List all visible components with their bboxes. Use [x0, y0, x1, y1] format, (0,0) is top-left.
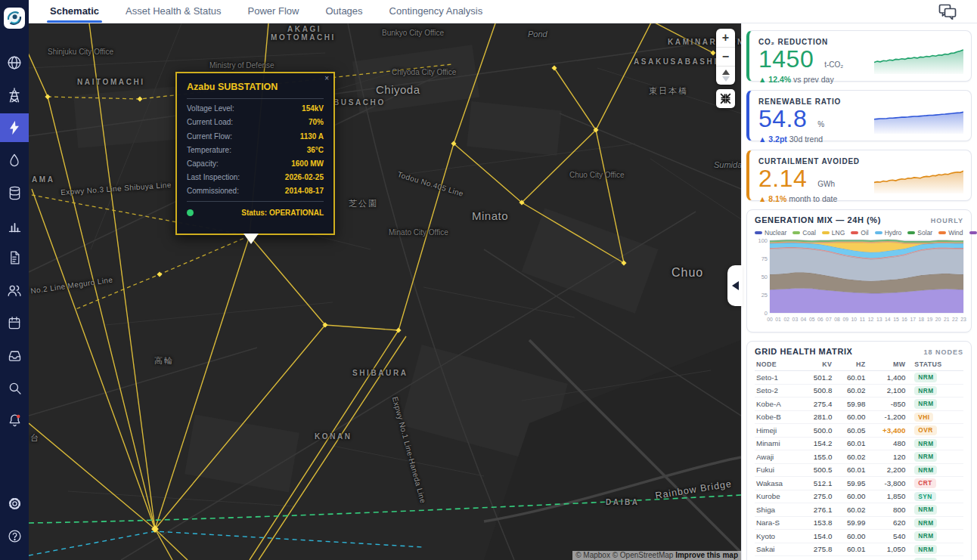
- table-row[interactable]: Seto-1501.260.011,400NRM: [755, 371, 963, 385]
- table-row[interactable]: Himeji500.060.05+3,400OVR: [755, 424, 963, 438]
- droplet-icon: [7, 153, 22, 168]
- legend-item-biomass: Biomass: [969, 229, 977, 237]
- sidebar-item-globe[interactable]: [0, 48, 29, 77]
- transmission-network-layer: [29, 23, 741, 560]
- column-header-hz: HZ: [833, 358, 867, 371]
- kpi-value: 54.8: [758, 107, 807, 132]
- chevron-left-icon: [732, 281, 739, 290]
- svg-text:17: 17: [910, 317, 916, 322]
- table-row[interactable]: Nara-S153.859.99620NRM: [755, 516, 963, 530]
- node-count-badge: 18 NODES: [923, 348, 963, 356]
- compass-button[interactable]: [716, 67, 735, 85]
- svg-text:08: 08: [834, 317, 840, 322]
- sidebar-item-database[interactable]: [0, 178, 29, 207]
- tooltip-row: Voltage Level:154kV: [187, 104, 324, 113]
- table-row[interactable]: Sakai275.860.011,050NRM: [755, 543, 963, 556]
- tooltip-row: Capacity:1600 MW: [187, 159, 324, 168]
- sidebar-item-bell[interactable]: [0, 406, 29, 435]
- svg-text:16: 16: [901, 317, 907, 322]
- status-badge: NRM: [914, 505, 937, 515]
- top-tab-bar: SchematicAsset Health & StatusPower Flow…: [29, 0, 977, 23]
- kpi-card-renewable-ratio: RENEWABLE RATIO54.8%▲ 3.2pt 30d trend: [746, 90, 972, 141]
- status-badge: OVR: [914, 425, 936, 435]
- table-row[interactable]: Kobe-B281.060.00-1,200VHI: [755, 410, 963, 424]
- substation-tooltip: × Azabu SUBSTATION Voltage Level:154kVCu…: [175, 72, 335, 235]
- legend-item-oil: Oil: [851, 229, 868, 237]
- table-row[interactable]: Awaji155.060.02120NRM: [755, 450, 963, 464]
- app-logo[interactable]: [4, 8, 25, 29]
- kpi-unit: %: [817, 120, 824, 128]
- legend-item-solar: Solar: [907, 229, 932, 237]
- tab-schematic[interactable]: Schematic: [49, 0, 100, 23]
- sidebar-item-document[interactable]: [0, 243, 29, 272]
- table-row[interactable]: Kobe-A275.459.98-850NRM: [755, 398, 963, 411]
- generation-mix-plot: 0255075100000102030405060708091011121314…: [755, 237, 968, 325]
- panel-collapse-handle[interactable]: [727, 265, 743, 306]
- svg-text:23: 23: [960, 317, 966, 322]
- sidebar-item-calendar[interactable]: [0, 308, 29, 337]
- table-row[interactable]: Kurobe275.060.001,850SYN: [755, 490, 963, 503]
- sidebar-item-bolt[interactable]: [0, 113, 29, 142]
- grid-health-title: GRID HEALTH MATRIX: [755, 347, 853, 356]
- svg-text:11: 11: [860, 317, 865, 322]
- tab-power-flow[interactable]: Power Flow: [247, 0, 300, 23]
- kpi-unit: GWh: [817, 180, 835, 188]
- sidebar: [0, 0, 29, 560]
- kpi-card-co2-reduction: CO₂ REDUCTION1450t-CO₂▲ 12.4% vs prev da…: [746, 30, 972, 82]
- legend-item-wind: Wind: [938, 229, 963, 237]
- legend-item-coal: Coal: [792, 229, 815, 237]
- grid-monitoring-app: SchematicAsset Health & StatusPower Flow…: [0, 0, 977, 560]
- chat-button[interactable]: [938, 3, 957, 20]
- status-badge: NRM: [914, 518, 937, 528]
- status-badge: NRM: [914, 373, 937, 382]
- sidebar-item-help[interactable]: [0, 521, 29, 550]
- table-row[interactable]: Otsu154.560.01380NRM: [755, 556, 963, 560]
- grid-health-card: GRID HEALTH MATRIX 18 NODES NODEKVHZMWST…: [746, 341, 972, 560]
- chart-legend: NuclearCoalLNGOilHydroSolarWindBiomass: [755, 229, 963, 237]
- sidebar-item-gear[interactable]: [0, 489, 29, 518]
- sidebar-item-droplet[interactable]: [0, 146, 29, 175]
- sidebar-item-inbox[interactable]: [0, 341, 29, 370]
- column-header-status: STATUS: [907, 358, 963, 371]
- zoom-out-button[interactable]: −: [716, 48, 735, 67]
- map-canvas[interactable]: AKAGIMOTOMACHIBunkyo City OfficePondKAMI…: [29, 23, 741, 560]
- sidebar-item-transmission-tower[interactable]: [0, 81, 29, 110]
- search-icon: [7, 380, 23, 396]
- kpi-sparkline: [874, 99, 963, 134]
- tooltip-close-icon[interactable]: ×: [324, 74, 329, 82]
- status-badge: NRM: [914, 439, 937, 449]
- tab-outages[interactable]: Outages: [324, 0, 363, 23]
- table-row[interactable]: Kyoto154.060.00540NRM: [755, 530, 963, 543]
- fit-bounds-button[interactable]: [716, 89, 735, 108]
- globe-icon: [6, 54, 23, 71]
- compress-icon: [719, 92, 732, 105]
- svg-text:20: 20: [935, 317, 941, 322]
- zoom-in-button[interactable]: +: [716, 29, 735, 48]
- chat-icon: [938, 3, 957, 20]
- status-indicator-dot: [187, 209, 194, 216]
- svg-text:10: 10: [851, 317, 858, 322]
- column-header-mw: MW: [867, 358, 907, 371]
- sidebar-item-bar-chart[interactable]: [0, 211, 29, 240]
- svg-text:100: 100: [758, 237, 768, 244]
- sidebar-item-search[interactable]: [0, 373, 29, 402]
- svg-text:04: 04: [801, 317, 807, 322]
- sidebar-item-users[interactable]: [0, 276, 29, 305]
- improve-map-link[interactable]: Improve this map: [675, 551, 738, 559]
- svg-text:03: 03: [792, 317, 799, 322]
- attribution-text: © Mapbox © OpenStreetMap: [575, 551, 675, 559]
- compass-south-icon: [722, 76, 730, 82]
- svg-text:02: 02: [784, 317, 790, 322]
- legend-item-lng: LNG: [822, 229, 845, 237]
- table-row[interactable]: Seto-2500.860.022,100NRM: [755, 384, 963, 398]
- status-badge: NRM: [914, 452, 937, 462]
- svg-text:18: 18: [919, 317, 925, 322]
- generation-mix-card: GENERATION MIX — 24H (%) HOURLY NuclearC…: [746, 209, 972, 333]
- tab-asset-health-status[interactable]: Asset Health & Status: [125, 0, 222, 23]
- table-row[interactable]: Minami154.260.01480NRM: [755, 437, 963, 450]
- map-zoom-controls: + −: [716, 29, 735, 85]
- table-row[interactable]: Fukui500.560.012,200NRM: [755, 463, 963, 477]
- tab-contingency-analysis[interactable]: Contingency Analysis: [389, 0, 484, 23]
- table-row[interactable]: Wakasa512.159.95-3,800CRT: [755, 477, 963, 490]
- table-row[interactable]: Shiga276.160.02800NRM: [755, 503, 963, 517]
